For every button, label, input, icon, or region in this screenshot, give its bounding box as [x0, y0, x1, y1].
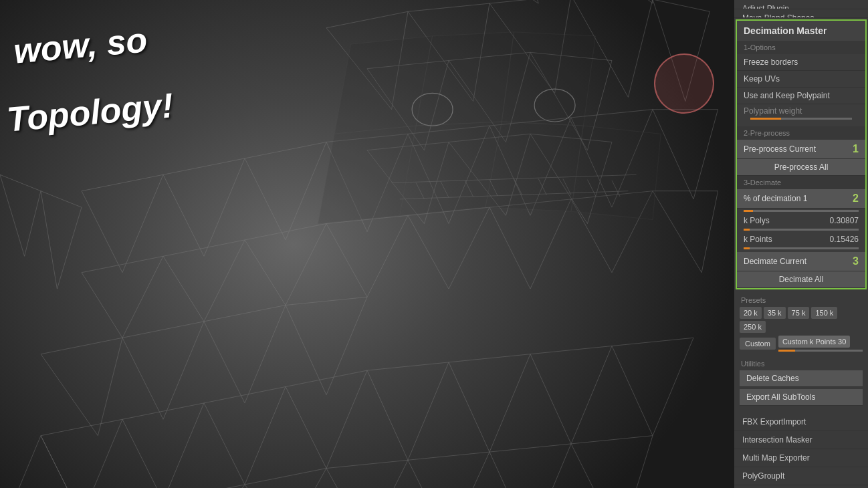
preprocess-current-badge: 1 [853, 143, 859, 155]
preset-250k-button[interactable]: 250 k [740, 321, 766, 333]
svg-marker-67 [416, 32, 514, 126]
use-keep-polypaint-item[interactable]: Use and Keep Polypaint [737, 88, 865, 104]
polypaint-weight-slider[interactable] [750, 118, 852, 120]
right-panel: Adjust Plugin Maya Blend Shapes Decimati… [734, 0, 868, 488]
keep-uvs-item[interactable]: Keep UVs [737, 71, 865, 88]
poly-group-it-item[interactable]: PolyGroupIt [734, 467, 868, 485]
k-points-label: k Points [744, 235, 772, 244]
delete-caches-button[interactable]: Delete Caches [740, 370, 863, 387]
preprocess-label: 2-Pre-process [737, 126, 865, 140]
custom-button[interactable]: Custom [740, 338, 776, 350]
pct-decimation-label: % of decimation 1 [744, 194, 807, 203]
polypaint-weight-row: Polypaint weight [737, 104, 865, 126]
decimation-master-title[interactable]: Decimation Master [737, 21, 865, 41]
decimate-label: 3-Decimate [737, 176, 865, 189]
k-polys-slider[interactable] [744, 229, 859, 231]
pct-decimation-button[interactable]: % of decimation 1 2 [737, 189, 865, 209]
svg-marker-71 [485, 122, 583, 211]
polypaint-weight-label: Polypaint weight [744, 106, 859, 116]
presets-row: 20 k 35 k 75 k 150 k 250 k [740, 307, 863, 333]
polypaint-weight-fill [750, 118, 781, 120]
adjust-plugin-item[interactable]: Adjust Plugin [734, 0, 868, 9]
custom-points-fill [778, 350, 795, 352]
svg-marker-68 [502, 32, 595, 126]
multi-map-exporter-item[interactable]: Multi Map Exporter [734, 449, 868, 467]
circle-mask [654, 53, 714, 114]
freeze-borders-item[interactable]: Freeze borders [737, 54, 865, 71]
viewport: wow, so Topology! [0, 0, 734, 488]
svg-marker-72 [571, 126, 661, 219]
fbx-export-item[interactable]: FBX ExportImport [734, 413, 868, 431]
custom-points-slider[interactable] [778, 350, 863, 352]
pct-decimation-slider[interactable] [744, 210, 859, 212]
k-points-value: 0.15426 [830, 235, 859, 244]
presets-label: Presets [740, 293, 863, 307]
options-label: 1-Options [737, 41, 865, 54]
k-polys-row: k Polys 0.30807 [737, 215, 865, 229]
custom-points-label: Custom k Points 30 [778, 336, 850, 348]
decimate-all-button[interactable]: Decimate All [737, 271, 865, 288]
k-polys-label: k Polys [744, 216, 770, 225]
preprocess-current-label: Pre-process Current [744, 144, 816, 154]
custom-points-row: Custom Custom k Points 30 [740, 336, 863, 352]
intersection-masker-item[interactable]: Intersection Masker [734, 431, 868, 449]
maya-blend-shapes-item[interactable]: Maya Blend Shapes [734, 9, 868, 19]
preset-75k-button[interactable]: 75 k [788, 307, 810, 319]
preset-35k-button[interactable]: 35 k [764, 307, 786, 319]
utilities-label: Utilities [740, 357, 863, 370]
preset-20k-button[interactable]: 20 k [740, 307, 762, 319]
pct-decimation-fill [744, 210, 753, 212]
monster-wireframe [0, 0, 734, 488]
k-points-fill [744, 247, 750, 249]
preprocess-current-button[interactable]: Pre-process Current 1 [737, 140, 865, 159]
k-polys-value: 0.30807 [830, 216, 859, 225]
k-points-row: k Points 0.15426 [737, 233, 865, 247]
decimate-current-label: Decimate Current [744, 257, 806, 266]
preset-150k-button[interactable]: 150 k [811, 307, 837, 319]
export-all-subtools-button[interactable]: Export All SubTools [740, 389, 863, 406]
decimate-current-button[interactable]: Decimate Current 3 [737, 252, 865, 271]
viewport-background: wow, so Topology! [0, 0, 734, 488]
pct-decimation-badge: 2 [853, 193, 859, 205]
k-polys-fill [744, 229, 750, 231]
decimate-current-badge: 3 [853, 255, 859, 267]
preprocess-all-button[interactable]: Pre-process All [737, 159, 865, 176]
k-points-slider[interactable] [744, 247, 859, 249]
decimation-master-section: Decimation Master 1-Options Freeze borde… [736, 19, 867, 289]
utilities-section: Utilities Delete Caches Export All SubTo… [734, 354, 868, 410]
presets-section: Presets 20 k 35 k 75 k 150 k 250 k Custo… [734, 291, 868, 354]
bottom-menu: FBX ExportImport Intersection Masker Mul… [734, 410, 868, 488]
